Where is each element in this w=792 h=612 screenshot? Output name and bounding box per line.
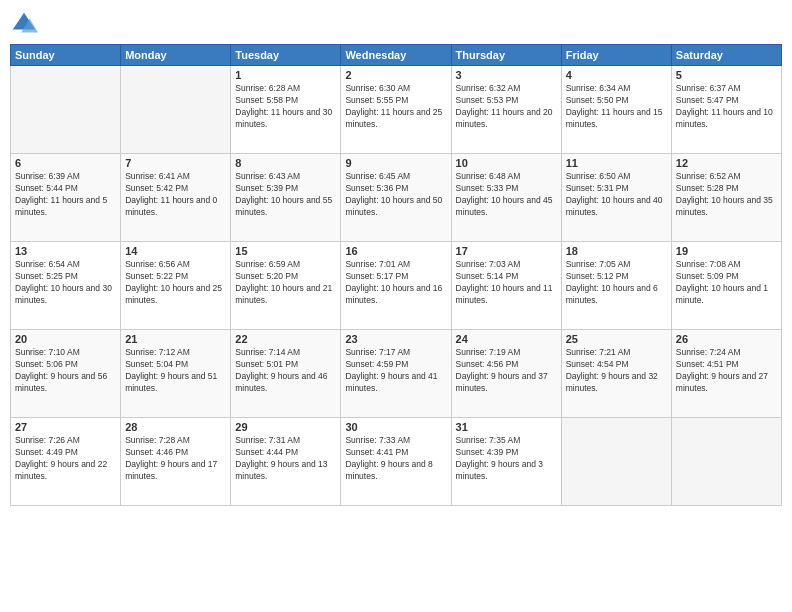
day-number: 4 [566,69,667,81]
day-info: Sunrise: 6:32 AMSunset: 5:53 PMDaylight:… [456,83,557,131]
calendar-cell [671,418,781,506]
day-info: Sunrise: 7:26 AMSunset: 4:49 PMDaylight:… [15,435,116,483]
calendar-cell: 21Sunrise: 7:12 AMSunset: 5:04 PMDayligh… [121,330,231,418]
calendar-cell [11,66,121,154]
day-number: 7 [125,157,226,169]
calendar-cell: 9Sunrise: 6:45 AMSunset: 5:36 PMDaylight… [341,154,451,242]
day-info: Sunrise: 7:12 AMSunset: 5:04 PMDaylight:… [125,347,226,395]
calendar-cell: 1Sunrise: 6:28 AMSunset: 5:58 PMDaylight… [231,66,341,154]
day-info: Sunrise: 6:52 AMSunset: 5:28 PMDaylight:… [676,171,777,219]
day-number: 24 [456,333,557,345]
calendar-cell: 7Sunrise: 6:41 AMSunset: 5:42 PMDaylight… [121,154,231,242]
day-number: 18 [566,245,667,257]
day-number: 16 [345,245,446,257]
day-number: 6 [15,157,116,169]
weekday-header-tuesday: Tuesday [231,45,341,66]
weekday-header-thursday: Thursday [451,45,561,66]
calendar-cell [561,418,671,506]
day-number: 19 [676,245,777,257]
day-number: 27 [15,421,116,433]
weekday-header-friday: Friday [561,45,671,66]
day-info: Sunrise: 7:19 AMSunset: 4:56 PMDaylight:… [456,347,557,395]
day-number: 8 [235,157,336,169]
day-number: 14 [125,245,226,257]
weekday-header-saturday: Saturday [671,45,781,66]
day-info: Sunrise: 6:39 AMSunset: 5:44 PMDaylight:… [15,171,116,219]
calendar-cell: 13Sunrise: 6:54 AMSunset: 5:25 PMDayligh… [11,242,121,330]
calendar-cell: 28Sunrise: 7:28 AMSunset: 4:46 PMDayligh… [121,418,231,506]
day-info: Sunrise: 7:08 AMSunset: 5:09 PMDaylight:… [676,259,777,307]
calendar-cell: 5Sunrise: 6:37 AMSunset: 5:47 PMDaylight… [671,66,781,154]
calendar-cell: 18Sunrise: 7:05 AMSunset: 5:12 PMDayligh… [561,242,671,330]
day-number: 28 [125,421,226,433]
calendar-cell: 4Sunrise: 6:34 AMSunset: 5:50 PMDaylight… [561,66,671,154]
day-number: 21 [125,333,226,345]
calendar-cell: 10Sunrise: 6:48 AMSunset: 5:33 PMDayligh… [451,154,561,242]
day-number: 25 [566,333,667,345]
day-info: Sunrise: 7:24 AMSunset: 4:51 PMDaylight:… [676,347,777,395]
calendar-cell: 20Sunrise: 7:10 AMSunset: 5:06 PMDayligh… [11,330,121,418]
day-info: Sunrise: 6:59 AMSunset: 5:20 PMDaylight:… [235,259,336,307]
calendar-cell: 6Sunrise: 6:39 AMSunset: 5:44 PMDaylight… [11,154,121,242]
week-row-4: 27Sunrise: 7:26 AMSunset: 4:49 PMDayligh… [11,418,782,506]
calendar-cell: 27Sunrise: 7:26 AMSunset: 4:49 PMDayligh… [11,418,121,506]
day-number: 3 [456,69,557,81]
day-number: 5 [676,69,777,81]
day-number: 17 [456,245,557,257]
header [10,10,782,38]
weekday-header-wednesday: Wednesday [341,45,451,66]
day-info: Sunrise: 7:05 AMSunset: 5:12 PMDaylight:… [566,259,667,307]
day-number: 22 [235,333,336,345]
calendar-cell: 12Sunrise: 6:52 AMSunset: 5:28 PMDayligh… [671,154,781,242]
day-info: Sunrise: 6:34 AMSunset: 5:50 PMDaylight:… [566,83,667,131]
day-info: Sunrise: 6:30 AMSunset: 5:55 PMDaylight:… [345,83,446,131]
week-row-1: 6Sunrise: 6:39 AMSunset: 5:44 PMDaylight… [11,154,782,242]
weekday-header-sunday: Sunday [11,45,121,66]
weekday-header-monday: Monday [121,45,231,66]
day-number: 20 [15,333,116,345]
calendar-cell: 2Sunrise: 6:30 AMSunset: 5:55 PMDaylight… [341,66,451,154]
day-info: Sunrise: 6:48 AMSunset: 5:33 PMDaylight:… [456,171,557,219]
day-info: Sunrise: 7:01 AMSunset: 5:17 PMDaylight:… [345,259,446,307]
calendar-cell: 17Sunrise: 7:03 AMSunset: 5:14 PMDayligh… [451,242,561,330]
day-number: 30 [345,421,446,433]
day-info: Sunrise: 7:03 AMSunset: 5:14 PMDaylight:… [456,259,557,307]
calendar-cell: 24Sunrise: 7:19 AMSunset: 4:56 PMDayligh… [451,330,561,418]
day-number: 31 [456,421,557,433]
calendar-cell: 14Sunrise: 6:56 AMSunset: 5:22 PMDayligh… [121,242,231,330]
calendar-cell: 11Sunrise: 6:50 AMSunset: 5:31 PMDayligh… [561,154,671,242]
day-info: Sunrise: 7:28 AMSunset: 4:46 PMDaylight:… [125,435,226,483]
day-info: Sunrise: 7:21 AMSunset: 4:54 PMDaylight:… [566,347,667,395]
day-info: Sunrise: 6:41 AMSunset: 5:42 PMDaylight:… [125,171,226,219]
day-number: 11 [566,157,667,169]
week-row-3: 20Sunrise: 7:10 AMSunset: 5:06 PMDayligh… [11,330,782,418]
calendar-cell: 15Sunrise: 6:59 AMSunset: 5:20 PMDayligh… [231,242,341,330]
calendar-cell: 3Sunrise: 6:32 AMSunset: 5:53 PMDaylight… [451,66,561,154]
day-info: Sunrise: 6:45 AMSunset: 5:36 PMDaylight:… [345,171,446,219]
day-info: Sunrise: 7:10 AMSunset: 5:06 PMDaylight:… [15,347,116,395]
day-number: 26 [676,333,777,345]
calendar-cell: 25Sunrise: 7:21 AMSunset: 4:54 PMDayligh… [561,330,671,418]
calendar-cell [121,66,231,154]
logo-icon [10,10,38,38]
day-info: Sunrise: 6:54 AMSunset: 5:25 PMDaylight:… [15,259,116,307]
day-number: 29 [235,421,336,433]
day-number: 10 [456,157,557,169]
weekday-header-row: SundayMondayTuesdayWednesdayThursdayFrid… [11,45,782,66]
day-info: Sunrise: 7:31 AMSunset: 4:44 PMDaylight:… [235,435,336,483]
day-info: Sunrise: 7:33 AMSunset: 4:41 PMDaylight:… [345,435,446,483]
calendar-cell: 23Sunrise: 7:17 AMSunset: 4:59 PMDayligh… [341,330,451,418]
calendar-cell: 22Sunrise: 7:14 AMSunset: 5:01 PMDayligh… [231,330,341,418]
week-row-0: 1Sunrise: 6:28 AMSunset: 5:58 PMDaylight… [11,66,782,154]
day-info: Sunrise: 6:56 AMSunset: 5:22 PMDaylight:… [125,259,226,307]
calendar-cell: 19Sunrise: 7:08 AMSunset: 5:09 PMDayligh… [671,242,781,330]
day-info: Sunrise: 6:50 AMSunset: 5:31 PMDaylight:… [566,171,667,219]
logo [10,10,42,38]
day-number: 13 [15,245,116,257]
day-number: 15 [235,245,336,257]
calendar-cell: 8Sunrise: 6:43 AMSunset: 5:39 PMDaylight… [231,154,341,242]
calendar-cell: 31Sunrise: 7:35 AMSunset: 4:39 PMDayligh… [451,418,561,506]
page: SundayMondayTuesdayWednesdayThursdayFrid… [0,0,792,612]
day-number: 23 [345,333,446,345]
calendar-cell: 30Sunrise: 7:33 AMSunset: 4:41 PMDayligh… [341,418,451,506]
